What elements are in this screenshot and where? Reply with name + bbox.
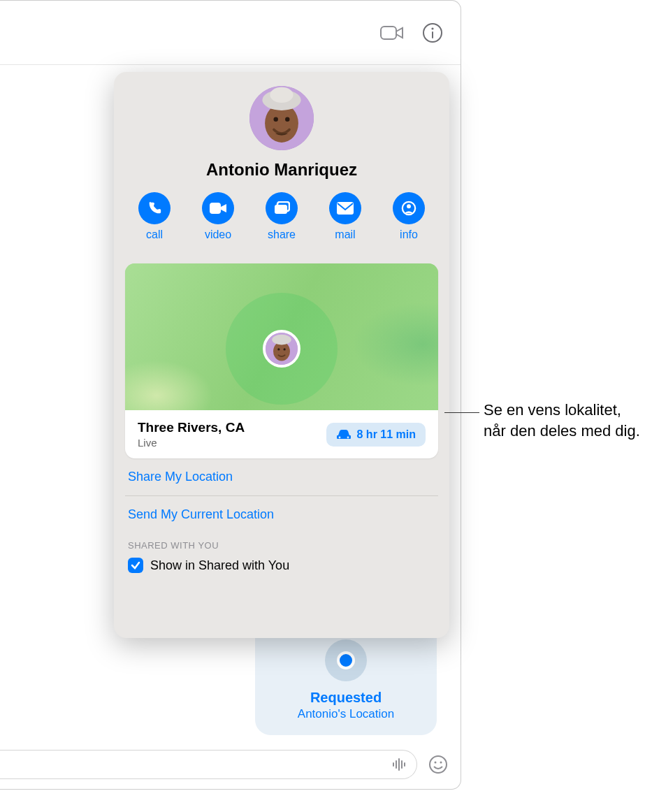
call-label: call xyxy=(146,229,163,241)
svg-point-2 xyxy=(431,27,433,29)
video-icon xyxy=(379,24,405,41)
svg-point-23 xyxy=(338,436,340,438)
svg-point-9 xyxy=(270,87,293,103)
contact-details-popover: Antonio Manriquez call video xyxy=(114,72,449,638)
location-name: Three Rivers, CA xyxy=(138,420,245,435)
svg-point-4 xyxy=(435,762,437,764)
mail-label: mail xyxy=(335,229,355,241)
info-label: info xyxy=(400,229,418,241)
svg-point-21 xyxy=(277,348,280,350)
svg-rect-12 xyxy=(210,203,221,214)
contact-name: Antonio Manriquez xyxy=(206,160,357,180)
location-request-bubble[interactable]: Requested Antonio's Location xyxy=(255,623,437,735)
shared-section-title: SHARED WITH YOU xyxy=(114,533,449,553)
car-icon xyxy=(336,429,352,440)
mail-button[interactable]: mail xyxy=(323,192,368,241)
emoji-button[interactable] xyxy=(427,753,449,776)
conversation-toolbar xyxy=(0,1,461,65)
svg-point-24 xyxy=(347,436,349,438)
bubble-subtitle: Antonio's Location xyxy=(298,707,394,721)
show-shared-label: Show in Shared with You xyxy=(150,558,289,573)
svg-point-17 xyxy=(407,204,411,208)
svg-point-20 xyxy=(272,335,291,345)
message-input-bar xyxy=(0,748,449,781)
send-current-location-link[interactable]: Send My Current Location xyxy=(125,496,438,533)
svg-rect-0 xyxy=(381,27,396,39)
map-info-row: Three Rivers, CA Live 8 hr 11 min xyxy=(125,410,438,458)
info-button[interactable]: info xyxy=(386,192,431,241)
share-my-location-link[interactable]: Share My Location xyxy=(125,458,438,495)
messages-window: Requested Antonio's Location xyxy=(0,0,461,790)
person-icon xyxy=(401,201,416,216)
facetime-button[interactable] xyxy=(379,20,405,45)
map-contact-pin xyxy=(263,330,300,368)
audio-record-button[interactable] xyxy=(390,755,410,774)
call-button[interactable]: call xyxy=(132,192,177,241)
share-screen-icon xyxy=(273,201,290,215)
svg-rect-15 xyxy=(337,202,354,215)
message-input[interactable] xyxy=(0,750,417,779)
callout-line xyxy=(444,412,479,413)
checkbox-checked-icon[interactable] xyxy=(128,558,143,573)
contact-action-row: call video share xyxy=(128,192,435,241)
directions-button[interactable]: 8 hr 11 min xyxy=(326,423,426,447)
location-map-card[interactable]: Three Rivers, CA Live 8 hr 11 min xyxy=(125,263,438,458)
map-view[interactable] xyxy=(125,263,438,410)
details-button[interactable] xyxy=(420,20,445,45)
mail-icon xyxy=(337,202,354,215)
share-button[interactable]: share xyxy=(259,192,304,241)
location-pin-icon xyxy=(325,639,367,681)
share-label: share xyxy=(268,229,296,241)
location-status: Live xyxy=(138,437,245,449)
eta-text: 8 hr 11 min xyxy=(357,428,416,441)
phone-icon xyxy=(147,201,162,216)
video-button[interactable]: video xyxy=(196,192,240,241)
popover-header: Antonio Manriquez call video xyxy=(114,72,449,248)
video-label: video xyxy=(205,229,231,241)
svg-rect-13 xyxy=(275,205,287,214)
video-icon xyxy=(210,203,226,214)
svg-point-3 xyxy=(430,756,447,773)
svg-point-5 xyxy=(440,762,442,764)
memoji-icon xyxy=(266,333,298,365)
location-links: Share My Location Send My Current Locati… xyxy=(114,458,449,533)
show-shared-with-you-row[interactable]: Show in Shared with You xyxy=(114,553,449,573)
svg-point-11 xyxy=(285,117,289,122)
memoji-icon xyxy=(249,86,314,150)
svg-point-22 xyxy=(284,348,286,350)
smiley-icon xyxy=(428,755,448,774)
callout-text: Se en vens lokalitet, når den deles med … xyxy=(484,400,642,441)
waveform-icon xyxy=(392,758,407,771)
bubble-title: Requested xyxy=(310,690,382,706)
svg-point-10 xyxy=(274,117,278,122)
info-icon xyxy=(421,22,444,44)
contact-avatar[interactable] xyxy=(249,86,314,150)
